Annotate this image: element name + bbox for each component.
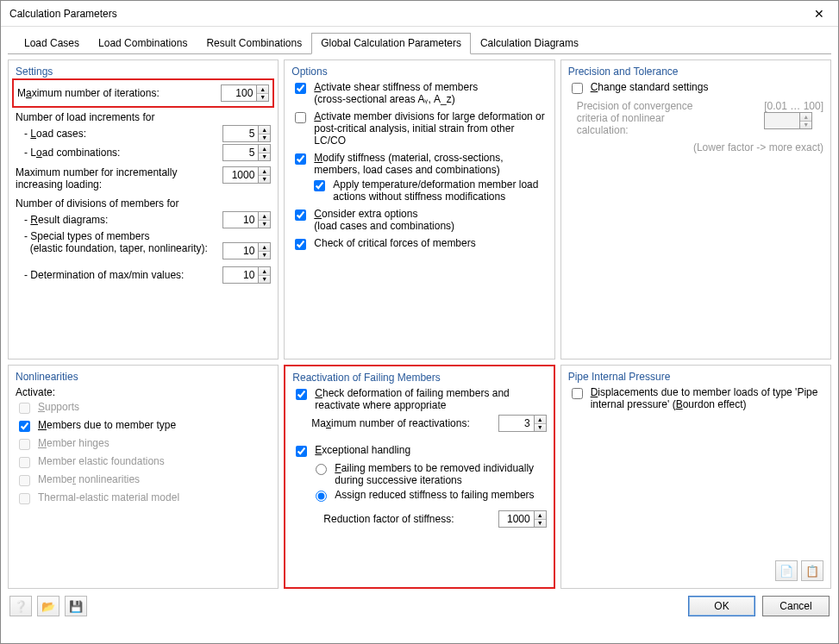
save-icon[interactable]: 💾 bbox=[65, 596, 87, 616]
input-load-comb[interactable]: ▲▼ bbox=[222, 144, 271, 161]
label-max-iter: Maximum number of iterations: bbox=[17, 87, 216, 99]
label-result-diag: - Result diagrams: bbox=[24, 214, 217, 226]
input-reduction[interactable]: ▲▼ bbox=[498, 510, 547, 528]
rad-assign[interactable]: Assign reduced stiffness to failing memb… bbox=[292, 489, 546, 502]
label-max-react: Maximum number of reactivations: bbox=[311, 417, 492, 429]
window-title: Calculation Parameters bbox=[9, 8, 117, 20]
tab-result-combinations[interactable]: Result Combinations bbox=[197, 33, 311, 54]
label-reduction: Reduction factor of stiffness: bbox=[323, 513, 492, 525]
chk-change-std[interactable]: Change standard settings bbox=[568, 81, 823, 97]
group-settings: Settings Maximum number of iterations: ▲… bbox=[8, 59, 279, 360]
rad-remove[interactable]: Failing members to be removed individual… bbox=[292, 462, 546, 486]
chk-elastic: Member elastic foundations bbox=[16, 455, 271, 471]
input-max-react[interactable]: ▲▼ bbox=[498, 415, 547, 432]
chk-thermal: Thermal-elastic material model bbox=[16, 491, 271, 507]
input-load-cases[interactable]: ▲▼ bbox=[222, 125, 271, 142]
chk-member-nonlin: Member nonlinearities bbox=[16, 473, 271, 489]
chk-apply-temp[interactable]: Apply temperature/deformation member loa… bbox=[291, 178, 547, 203]
chk-check-deform[interactable]: Check deformation of failing members and… bbox=[292, 387, 546, 411]
label-load-comb: - Load combinations: bbox=[24, 147, 217, 159]
label-max-inc-loading: Maximum number for incrementally increas… bbox=[16, 166, 217, 191]
titlebar: Calculation Parameters ✕ bbox=[1, 1, 838, 27]
label-prec-hint: (Lower factor -> more exact) bbox=[568, 141, 823, 153]
group-options: Options Activate shear stiffness of memb… bbox=[284, 59, 554, 360]
chk-shear-stiff[interactable]: Activate shear stiffness of members(cros… bbox=[291, 81, 547, 105]
folder-icon[interactable]: 📂 bbox=[37, 596, 59, 616]
legend-nonlin: Nonlinearities bbox=[16, 371, 271, 383]
label-prec-conv: Precision of convergence criteria of non… bbox=[568, 100, 698, 136]
input-special-types[interactable]: ▲▼ bbox=[222, 242, 271, 259]
group-nonlinearities: Nonlinearities Activate: Supports Member… bbox=[8, 365, 279, 589]
spin-up-icon[interactable]: ▲ bbox=[257, 85, 268, 94]
icon-btn-1[interactable]: 📄 bbox=[775, 560, 798, 581]
label-num-load-inc: Number of load increments for bbox=[16, 111, 271, 123]
help-icon[interactable]: ❔ bbox=[9, 596, 32, 616]
group-pipe: Pipe Internal Pressure Displacements due… bbox=[560, 365, 831, 589]
legend-settings: Settings bbox=[16, 66, 271, 78]
tab-global-calc-params[interactable]: Global Calculation Parameters bbox=[311, 33, 471, 54]
label-load-cases: - Load cases: bbox=[24, 128, 217, 140]
icon-btn-2[interactable]: 📋 bbox=[801, 560, 823, 581]
chk-pipe-disp[interactable]: Displacements due to member loads of typ… bbox=[568, 386, 823, 410]
chk-extra[interactable]: Consider extra options(load cases and co… bbox=[291, 208, 547, 232]
tab-load-combinations[interactable]: Load Combinations bbox=[89, 33, 197, 54]
chk-exceptional[interactable]: Exceptional handling bbox=[292, 444, 546, 460]
legend-precision: Precision and Tolerance bbox=[568, 66, 823, 78]
cancel-button[interactable]: Cancel bbox=[762, 596, 830, 616]
label-det-maxmin: - Determination of max/min values: bbox=[24, 269, 217, 281]
group-reactivation: Reactivation of Failing Members Check de… bbox=[284, 365, 554, 589]
close-button[interactable]: ✕ bbox=[799, 1, 838, 27]
legend-react: Reactivation of Failing Members bbox=[292, 372, 546, 384]
input-prec-factor: ▲▼ bbox=[764, 112, 812, 129]
label-special-types: - Special types of members (elastic foun… bbox=[24, 230, 217, 254]
spin-down-icon[interactable]: ▼ bbox=[257, 94, 268, 102]
label-num-div: Number of divisions of members for bbox=[16, 197, 271, 209]
chk-modify-stiff[interactable]: Modify stiffness (material, cross-sectio… bbox=[291, 152, 547, 176]
tab-strip: Load Cases Load Combinations Result Comb… bbox=[8, 27, 831, 54]
chk-crit-forces[interactable]: Check of critical forces of members bbox=[291, 237, 547, 253]
chk-member-div[interactable]: Activate member divisions for large defo… bbox=[291, 110, 547, 147]
group-precision: Precision and Tolerance Change standard … bbox=[560, 59, 831, 360]
bottom-bar: ❔ 📂 💾 OK Cancel bbox=[1, 591, 838, 623]
chk-hinges: Member hinges bbox=[16, 437, 271, 453]
legend-pipe: Pipe Internal Pressure bbox=[568, 371, 823, 383]
legend-options: Options bbox=[291, 66, 547, 78]
chk-supports: Supports bbox=[16, 401, 271, 416]
tab-load-cases[interactable]: Load Cases bbox=[15, 33, 89, 54]
label-prec-range: [0.01 … 100] bbox=[764, 100, 823, 112]
input-max-inc-loading[interactable]: ▲▼ bbox=[222, 166, 271, 184]
chk-members-type[interactable]: Members due to member type bbox=[16, 419, 271, 435]
input-det-maxmin[interactable]: ▲▼ bbox=[222, 266, 271, 284]
ok-button[interactable]: OK bbox=[688, 596, 755, 616]
input-result-diag[interactable]: ▲▼ bbox=[222, 211, 271, 228]
tab-calc-diagrams[interactable]: Calculation Diagrams bbox=[471, 33, 588, 54]
input-max-iter[interactable]: ▲▼ bbox=[221, 84, 269, 102]
label-activate: Activate: bbox=[16, 386, 271, 398]
